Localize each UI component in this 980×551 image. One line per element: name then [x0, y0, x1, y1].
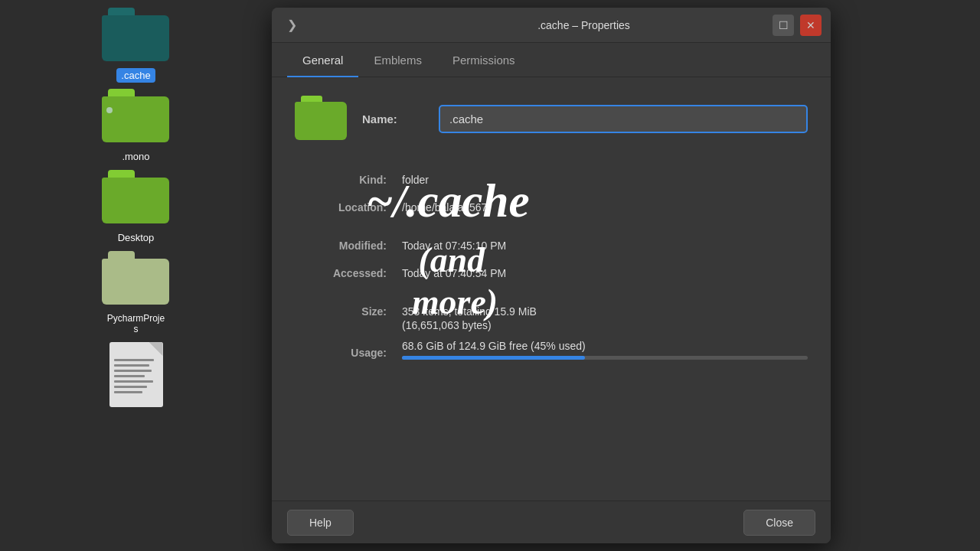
usage-container: 68.6 GiB of 124.9 GiB free (45% used): [402, 339, 808, 367]
modified-value: Today at 07:45:10 PM: [402, 232, 808, 259]
sidebar-item-cache[interactable]: .cache: [75, 8, 198, 83]
modified-label: Modified:: [295, 232, 402, 259]
sidebar: .cache .mono Desktop PycharmProjes: [0, 0, 272, 551]
help-button[interactable]: Help: [287, 510, 354, 536]
sidebar-item-desktop[interactable]: Desktop: [75, 170, 198, 245]
chevron-button[interactable]: ❯: [281, 15, 303, 35]
location-label: Location:: [295, 194, 402, 221]
title-bar-left: ❯: [281, 15, 303, 35]
tab-emblems[interactable]: Emblems: [358, 43, 437, 77]
size-value-1: 353 items, totalling 15.9 MiB: [402, 305, 808, 318]
sidebar-item-pycharm[interactable]: PycharmProjes: [75, 251, 198, 336]
folder-icon-mono: [102, 89, 171, 146]
tab-bar: General Emblems Permissions: [272, 43, 831, 77]
folder-icon-desktop: [102, 170, 171, 227]
window-title: .cache – Properties: [537, 19, 630, 31]
name-label: Name:: [362, 112, 423, 126]
tab-permissions[interactable]: Permissions: [437, 43, 531, 77]
name-row: Name:: [295, 96, 808, 142]
maximize-button[interactable]: ☐: [773, 15, 794, 36]
properties-dialog: ❯ .cache – Properties ☐ ✕ General Emblem…: [272, 8, 831, 543]
folder-icon-pycharm: [102, 251, 171, 308]
close-button[interactable]: Close: [743, 510, 815, 536]
window-controls: ☐ ✕: [773, 15, 822, 36]
size-value-2: (16,651,063 bytes): [402, 319, 808, 331]
properties-table: Kind: folder Location: /home/balala7567 …: [295, 166, 808, 367]
close-window-button[interactable]: ✕: [800, 15, 822, 36]
folder-icon-cache: [102, 8, 171, 65]
sidebar-label-desktop: Desktop: [113, 230, 159, 245]
kind-label: Kind:: [295, 166, 402, 194]
sidebar-label-pycharm: PycharmProjes: [103, 311, 169, 336]
name-input[interactable]: [439, 105, 808, 133]
sidebar-label-cache: .cache: [116, 68, 155, 83]
document-icon: [109, 342, 163, 407]
dialog-footer: Help Close: [272, 500, 831, 543]
size-label: Size:: [295, 298, 402, 339]
sidebar-item-mono[interactable]: .mono: [75, 89, 198, 164]
location-value: /home/balala7567: [402, 194, 808, 221]
accessed-label: Accessed:: [295, 259, 402, 287]
sidebar-item-document[interactable]: [75, 342, 198, 407]
usage-label: Usage:: [295, 339, 402, 367]
tab-general[interactable]: General: [287, 43, 358, 77]
dialog-content: Name: Kind: folder Location: /home/balal…: [272, 77, 831, 500]
title-bar: ❯ .cache – Properties ☐ ✕: [272, 8, 831, 43]
usage-value: 68.6 GiB of 124.9 GiB free (45% used): [402, 332, 586, 360]
kind-value: folder: [402, 166, 808, 194]
sidebar-label-mono: .mono: [117, 149, 154, 164]
accessed-value: Today at 07:40:54 PM: [402, 259, 808, 287]
folder-icon-large: [295, 96, 347, 142]
